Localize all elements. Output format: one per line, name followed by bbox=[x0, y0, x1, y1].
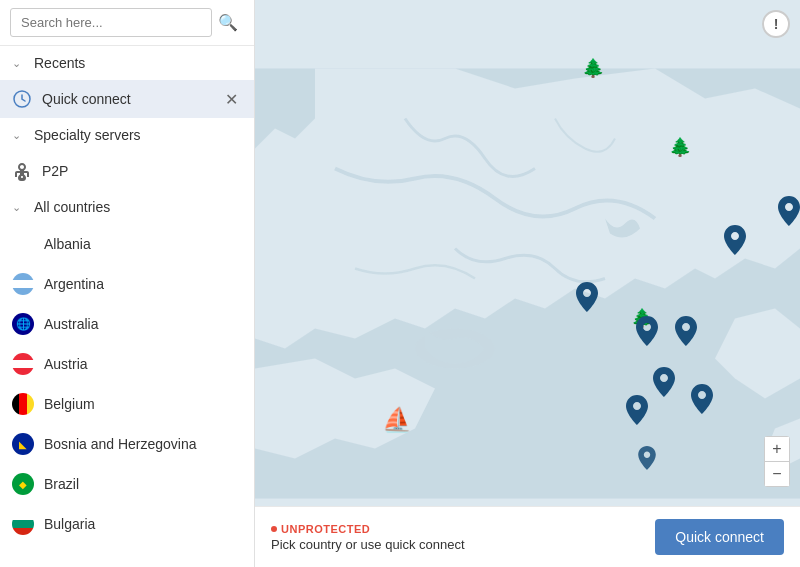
sidebar-item-p2p[interactable]: P2P bbox=[0, 152, 254, 190]
zoom-controls: + − bbox=[764, 436, 790, 487]
zoom-in-button[interactable]: + bbox=[765, 437, 789, 461]
p2p-icon bbox=[12, 161, 32, 181]
sidebar-item-label: Quick connect bbox=[42, 91, 211, 107]
boat-icon: ⛵ bbox=[382, 406, 412, 434]
sidebar-item-label: Bosnia and Herzegovina bbox=[44, 436, 242, 452]
sidebar-item-bosnia[interactable]: ◣ Bosnia and Herzegovina bbox=[0, 424, 254, 464]
sidebar-item-label: Albania bbox=[44, 236, 242, 252]
search-bar: 🔍 bbox=[0, 0, 254, 46]
location-pin[interactable] bbox=[675, 316, 697, 352]
location-pin[interactable] bbox=[653, 367, 675, 403]
sidebar-item-austria[interactable]: Austria bbox=[0, 344, 254, 384]
sidebar-item-recents[interactable]: ⌄ Recents bbox=[0, 46, 254, 80]
search-input[interactable] bbox=[10, 8, 212, 37]
status-text: UNPROTECTED Pick country or use quick co… bbox=[271, 523, 643, 552]
clock-icon bbox=[12, 89, 32, 109]
location-pin[interactable] bbox=[691, 384, 713, 420]
flag-bosnia: ◣ bbox=[12, 433, 34, 455]
sidebar-item-label: Recents bbox=[34, 55, 85, 71]
sidebar-item-specialty-servers[interactable]: ⌄ Specialty servers bbox=[0, 118, 254, 152]
map-area: 🌲 🌲 🌲 ⛵ bbox=[255, 0, 800, 567]
sidebar-item-belgium[interactable]: Belgium bbox=[0, 384, 254, 424]
sidebar-item-label: Australia bbox=[44, 316, 242, 332]
location-pin[interactable] bbox=[636, 316, 658, 352]
flag-argentina bbox=[12, 273, 34, 295]
sidebar-item-albania[interactable]: Albania bbox=[0, 224, 254, 264]
sidebar-item-argentina[interactable]: Argentina bbox=[0, 264, 254, 304]
chevron-down-icon: ⌄ bbox=[12, 201, 26, 214]
status-bar: UNPROTECTED Pick country or use quick co… bbox=[255, 506, 800, 567]
status-dot bbox=[271, 526, 277, 532]
close-button[interactable]: ✕ bbox=[221, 90, 242, 109]
sidebar-item-label: Belgium bbox=[44, 396, 242, 412]
sidebar-item-bulgaria[interactable]: Bulgaria bbox=[0, 504, 254, 544]
search-button[interactable]: 🔍 bbox=[212, 9, 244, 36]
sidebar-item-label: Argentina bbox=[44, 276, 242, 292]
location-pin[interactable] bbox=[638, 446, 656, 476]
quick-connect-button[interactable]: Quick connect bbox=[655, 519, 784, 555]
location-pin[interactable] bbox=[576, 282, 598, 318]
sidebar-item-label: Brazil bbox=[44, 476, 242, 492]
sidebar-item-label: Specialty servers bbox=[34, 127, 141, 143]
alert-icon[interactable]: ! bbox=[762, 10, 790, 38]
tree-icon: 🌲 bbox=[669, 136, 691, 158]
sidebar-item-label: All countries bbox=[34, 199, 110, 215]
sidebar-item-label: Austria bbox=[44, 356, 242, 372]
flag-belgium bbox=[12, 393, 34, 415]
sidebar-item-brazil[interactable]: ◆ Brazil bbox=[0, 464, 254, 504]
location-pin[interactable] bbox=[626, 395, 648, 431]
flag-australia: 🌐 bbox=[12, 313, 34, 335]
sidebar-item-australia[interactable]: 🌐 Australia bbox=[0, 304, 254, 344]
sidebar-item-quick-connect[interactable]: Quick connect ✕ bbox=[0, 80, 254, 118]
location-pin[interactable] bbox=[778, 196, 800, 232]
sidebar-item-label: Bulgaria bbox=[44, 516, 242, 532]
sidebar-item-label: P2P bbox=[42, 163, 242, 179]
flag-bulgaria bbox=[12, 513, 34, 535]
chevron-down-icon: ⌄ bbox=[12, 57, 26, 70]
location-pin[interactable] bbox=[724, 225, 746, 261]
tree-icon: 🌲 bbox=[582, 57, 604, 79]
sidebar: 🔍 ⌄ Recents Quick connect ✕ ⌄ Specialty … bbox=[0, 0, 255, 567]
status-description: Pick country or use quick connect bbox=[271, 537, 643, 552]
zoom-out-button[interactable]: − bbox=[765, 462, 789, 486]
map-background bbox=[255, 0, 800, 567]
sidebar-item-all-countries[interactable]: ⌄ All countries bbox=[0, 190, 254, 224]
flag-austria bbox=[12, 353, 34, 375]
status-label: UNPROTECTED bbox=[271, 523, 643, 535]
sidebar-list: ⌄ Recents Quick connect ✕ ⌄ Specialty se… bbox=[0, 46, 254, 567]
chevron-down-icon: ⌄ bbox=[12, 129, 26, 142]
flag-albania bbox=[12, 233, 34, 255]
flag-brazil: ◆ bbox=[12, 473, 34, 495]
